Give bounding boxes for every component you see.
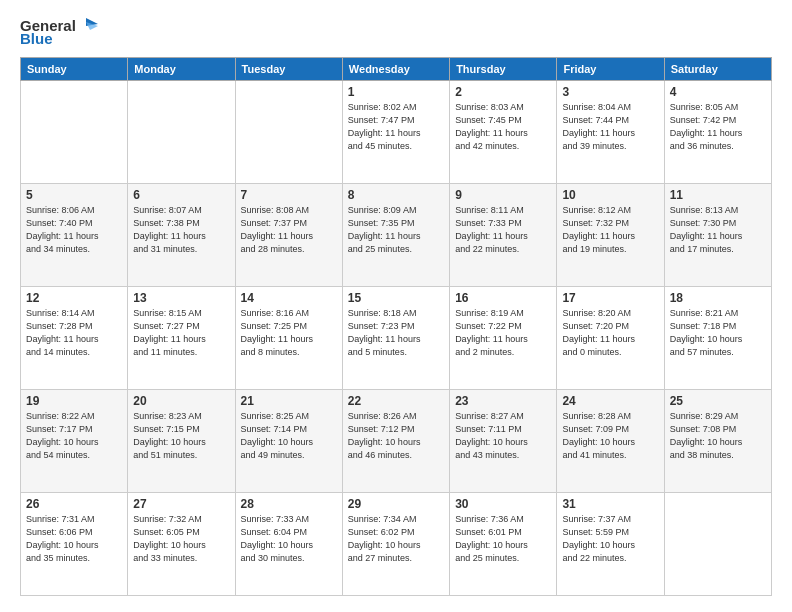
day-number: 26 <box>26 497 122 511</box>
day-info: Sunrise: 8:12 AM Sunset: 7:32 PM Dayligh… <box>562 204 658 256</box>
day-number: 12 <box>26 291 122 305</box>
calendar-cell: 15Sunrise: 8:18 AM Sunset: 7:23 PM Dayli… <box>342 287 449 390</box>
day-number: 28 <box>241 497 337 511</box>
calendar-header-row: Sunday Monday Tuesday Wednesday Thursday… <box>21 58 772 81</box>
calendar-cell: 13Sunrise: 8:15 AM Sunset: 7:27 PM Dayli… <box>128 287 235 390</box>
day-info: Sunrise: 8:27 AM Sunset: 7:11 PM Dayligh… <box>455 410 551 462</box>
col-monday: Monday <box>128 58 235 81</box>
day-info: Sunrise: 7:33 AM Sunset: 6:04 PM Dayligh… <box>241 513 337 565</box>
calendar-cell: 14Sunrise: 8:16 AM Sunset: 7:25 PM Dayli… <box>235 287 342 390</box>
day-number: 5 <box>26 188 122 202</box>
day-info: Sunrise: 8:28 AM Sunset: 7:09 PM Dayligh… <box>562 410 658 462</box>
calendar-cell: 8Sunrise: 8:09 AM Sunset: 7:35 PM Daylig… <box>342 184 449 287</box>
calendar-cell: 17Sunrise: 8:20 AM Sunset: 7:20 PM Dayli… <box>557 287 664 390</box>
calendar-cell: 19Sunrise: 8:22 AM Sunset: 7:17 PM Dayli… <box>21 390 128 493</box>
day-info: Sunrise: 8:16 AM Sunset: 7:25 PM Dayligh… <box>241 307 337 359</box>
day-info: Sunrise: 7:36 AM Sunset: 6:01 PM Dayligh… <box>455 513 551 565</box>
day-number: 31 <box>562 497 658 511</box>
day-number: 29 <box>348 497 444 511</box>
day-number: 18 <box>670 291 766 305</box>
logo: General Blue <box>20 16 98 47</box>
day-info: Sunrise: 7:31 AM Sunset: 6:06 PM Dayligh… <box>26 513 122 565</box>
col-tuesday: Tuesday <box>235 58 342 81</box>
calendar-cell <box>128 81 235 184</box>
col-wednesday: Wednesday <box>342 58 449 81</box>
col-thursday: Thursday <box>450 58 557 81</box>
calendar-cell <box>21 81 128 184</box>
calendar-cell: 24Sunrise: 8:28 AM Sunset: 7:09 PM Dayli… <box>557 390 664 493</box>
day-number: 14 <box>241 291 337 305</box>
calendar-cell: 29Sunrise: 7:34 AM Sunset: 6:02 PM Dayli… <box>342 493 449 596</box>
calendar-cell: 30Sunrise: 7:36 AM Sunset: 6:01 PM Dayli… <box>450 493 557 596</box>
day-number: 22 <box>348 394 444 408</box>
col-friday: Friday <box>557 58 664 81</box>
calendar-cell: 16Sunrise: 8:19 AM Sunset: 7:22 PM Dayli… <box>450 287 557 390</box>
calendar-cell: 20Sunrise: 8:23 AM Sunset: 7:15 PM Dayli… <box>128 390 235 493</box>
day-info: Sunrise: 8:05 AM Sunset: 7:42 PM Dayligh… <box>670 101 766 153</box>
day-number: 27 <box>133 497 229 511</box>
calendar-cell: 1Sunrise: 8:02 AM Sunset: 7:47 PM Daylig… <box>342 81 449 184</box>
day-info: Sunrise: 8:19 AM Sunset: 7:22 PM Dayligh… <box>455 307 551 359</box>
calendar-table: Sunday Monday Tuesday Wednesday Thursday… <box>20 57 772 596</box>
calendar-cell <box>664 493 771 596</box>
day-number: 20 <box>133 394 229 408</box>
calendar-cell: 26Sunrise: 7:31 AM Sunset: 6:06 PM Dayli… <box>21 493 128 596</box>
day-info: Sunrise: 8:29 AM Sunset: 7:08 PM Dayligh… <box>670 410 766 462</box>
day-number: 7 <box>241 188 337 202</box>
calendar-cell: 25Sunrise: 8:29 AM Sunset: 7:08 PM Dayli… <box>664 390 771 493</box>
day-info: Sunrise: 8:02 AM Sunset: 7:47 PM Dayligh… <box>348 101 444 153</box>
calendar-cell: 12Sunrise: 8:14 AM Sunset: 7:28 PM Dayli… <box>21 287 128 390</box>
day-number: 17 <box>562 291 658 305</box>
day-number: 10 <box>562 188 658 202</box>
day-info: Sunrise: 8:26 AM Sunset: 7:12 PM Dayligh… <box>348 410 444 462</box>
day-number: 9 <box>455 188 551 202</box>
calendar-cell: 18Sunrise: 8:21 AM Sunset: 7:18 PM Dayli… <box>664 287 771 390</box>
calendar-cell: 10Sunrise: 8:12 AM Sunset: 7:32 PM Dayli… <box>557 184 664 287</box>
day-info: Sunrise: 8:04 AM Sunset: 7:44 PM Dayligh… <box>562 101 658 153</box>
day-info: Sunrise: 8:13 AM Sunset: 7:30 PM Dayligh… <box>670 204 766 256</box>
day-info: Sunrise: 8:18 AM Sunset: 7:23 PM Dayligh… <box>348 307 444 359</box>
calendar-cell: 31Sunrise: 7:37 AM Sunset: 5:59 PM Dayli… <box>557 493 664 596</box>
day-number: 1 <box>348 85 444 99</box>
calendar-cell: 2Sunrise: 8:03 AM Sunset: 7:45 PM Daylig… <box>450 81 557 184</box>
day-info: Sunrise: 8:08 AM Sunset: 7:37 PM Dayligh… <box>241 204 337 256</box>
calendar-cell: 3Sunrise: 8:04 AM Sunset: 7:44 PM Daylig… <box>557 81 664 184</box>
day-info: Sunrise: 7:34 AM Sunset: 6:02 PM Dayligh… <box>348 513 444 565</box>
day-number: 6 <box>133 188 229 202</box>
day-number: 21 <box>241 394 337 408</box>
day-number: 30 <box>455 497 551 511</box>
day-number: 19 <box>26 394 122 408</box>
calendar-cell: 21Sunrise: 8:25 AM Sunset: 7:14 PM Dayli… <box>235 390 342 493</box>
day-info: Sunrise: 8:15 AM Sunset: 7:27 PM Dayligh… <box>133 307 229 359</box>
calendar-cell: 23Sunrise: 8:27 AM Sunset: 7:11 PM Dayli… <box>450 390 557 493</box>
day-info: Sunrise: 8:07 AM Sunset: 7:38 PM Dayligh… <box>133 204 229 256</box>
day-info: Sunrise: 8:22 AM Sunset: 7:17 PM Dayligh… <box>26 410 122 462</box>
logo-bird-icon <box>78 16 98 34</box>
day-info: Sunrise: 8:23 AM Sunset: 7:15 PM Dayligh… <box>133 410 229 462</box>
day-number: 11 <box>670 188 766 202</box>
day-number: 4 <box>670 85 766 99</box>
header: General Blue <box>20 16 772 47</box>
day-info: Sunrise: 8:09 AM Sunset: 7:35 PM Dayligh… <box>348 204 444 256</box>
day-number: 15 <box>348 291 444 305</box>
day-info: Sunrise: 8:06 AM Sunset: 7:40 PM Dayligh… <box>26 204 122 256</box>
day-number: 16 <box>455 291 551 305</box>
day-info: Sunrise: 8:11 AM Sunset: 7:33 PM Dayligh… <box>455 204 551 256</box>
col-saturday: Saturday <box>664 58 771 81</box>
day-number: 2 <box>455 85 551 99</box>
calendar-cell: 6Sunrise: 8:07 AM Sunset: 7:38 PM Daylig… <box>128 184 235 287</box>
col-sunday: Sunday <box>21 58 128 81</box>
calendar-cell: 27Sunrise: 7:32 AM Sunset: 6:05 PM Dayli… <box>128 493 235 596</box>
day-number: 23 <box>455 394 551 408</box>
calendar-cell: 5Sunrise: 8:06 AM Sunset: 7:40 PM Daylig… <box>21 184 128 287</box>
day-number: 24 <box>562 394 658 408</box>
calendar-cell: 28Sunrise: 7:33 AM Sunset: 6:04 PM Dayli… <box>235 493 342 596</box>
day-number: 3 <box>562 85 658 99</box>
page: General Blue Sunday Monday Tuesday Wedne… <box>0 0 792 612</box>
logo-blue-text: Blue <box>20 30 53 47</box>
day-number: 25 <box>670 394 766 408</box>
day-info: Sunrise: 8:03 AM Sunset: 7:45 PM Dayligh… <box>455 101 551 153</box>
day-info: Sunrise: 7:32 AM Sunset: 6:05 PM Dayligh… <box>133 513 229 565</box>
calendar-cell: 11Sunrise: 8:13 AM Sunset: 7:30 PM Dayli… <box>664 184 771 287</box>
day-info: Sunrise: 8:21 AM Sunset: 7:18 PM Dayligh… <box>670 307 766 359</box>
